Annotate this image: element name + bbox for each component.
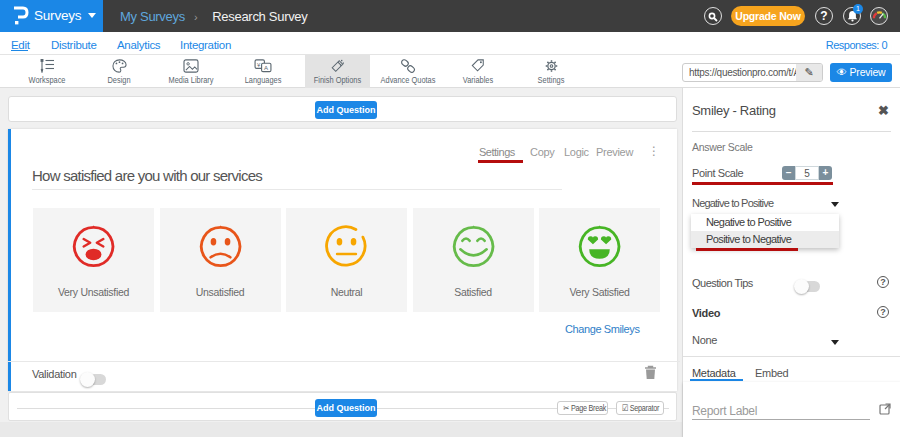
svg-text:¥: ¥ <box>257 62 261 68</box>
